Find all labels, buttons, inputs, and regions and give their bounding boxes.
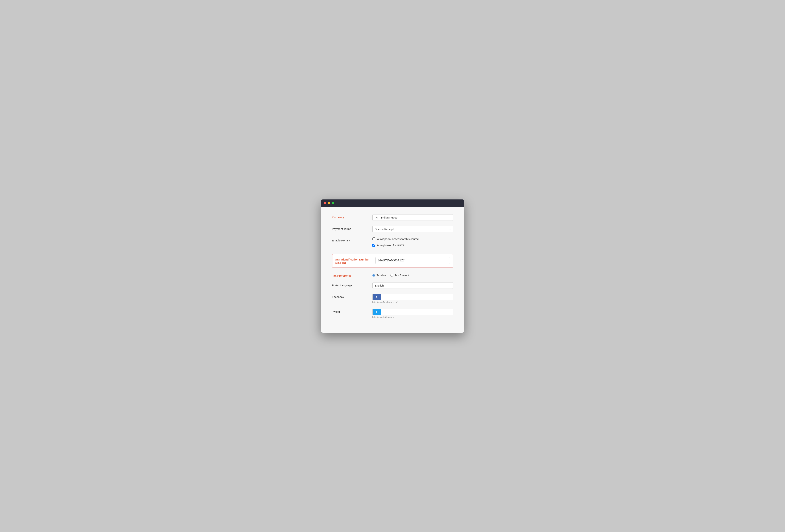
facebook-input-wrap: f http://www.facebook.com/ (373, 294, 453, 303)
gst-number-row: GST Identification Number (GST IN) (332, 254, 453, 267)
close-button[interactable] (324, 202, 326, 205)
title-bar (321, 200, 464, 207)
currency-select[interactable]: INR- Indian Rupee (373, 214, 453, 221)
enable-portal-label: Enable Portal? (332, 237, 373, 242)
twitter-input-row: t (373, 309, 453, 315)
gst-number-input[interactable] (375, 257, 450, 264)
tax-preference-label: Tax Preference (332, 273, 373, 277)
portal-access-label: Allow portal access for this contact (377, 237, 420, 241)
maximize-button[interactable] (332, 202, 334, 205)
facebook-hint: http://www.facebook.com/ (373, 301, 453, 303)
taxable-radio[interactable] (373, 274, 375, 276)
tax-exempt-label: Tax Exempt (395, 274, 409, 277)
twitter-row: Twitter t http://www.twitter.com/ (332, 309, 453, 318)
twitter-control: t http://www.twitter.com/ (373, 309, 453, 318)
twitter-input[interactable] (381, 309, 453, 315)
facebook-input-row: f (373, 294, 453, 300)
portal-language-label: Portal Language (332, 282, 373, 287)
taxable-option[interactable]: Taxable (373, 274, 386, 277)
gst-registered-label: Is registered for GST? (377, 244, 404, 247)
tax-preference-row: Tax Preference Taxable Tax Exempt (332, 273, 453, 277)
form-content: Currency INR- Indian Rupee ⌄ Payment Ter… (321, 207, 464, 333)
twitter-hint: http://www.twitter.com/ (373, 316, 453, 318)
gst-registered-checkbox[interactable] (373, 244, 375, 247)
tax-exempt-option[interactable]: Tax Exempt (390, 274, 409, 277)
portal-language-control: English ⌄ (373, 282, 453, 289)
payment-terms-row: Payment Terms Due on Receipt ⌄ (332, 226, 453, 232)
facebook-icon: f (373, 294, 381, 300)
currency-control: INR- Indian Rupee ⌄ (373, 214, 453, 221)
portal-access-option[interactable]: Allow portal access for this contact (373, 237, 453, 241)
portal-control: Allow portal access for this contact Is … (373, 237, 453, 249)
facebook-control: f http://www.facebook.com/ (373, 294, 453, 303)
tax-preference-group: Taxable Tax Exempt (373, 273, 453, 277)
taxable-label: Taxable (377, 274, 386, 277)
twitter-label: Twitter (332, 309, 373, 313)
portal-language-select[interactable]: English (373, 282, 453, 289)
portal-language-select-wrapper: English ⌄ (373, 282, 453, 289)
twitter-icon: t (373, 309, 381, 315)
gst-number-label: GST Identification Number (GST IN) (335, 257, 375, 264)
minimize-button[interactable] (328, 202, 330, 205)
tax-exempt-radio[interactable] (390, 274, 393, 276)
enable-portal-row: Enable Portal? Allow portal access for t… (332, 237, 453, 249)
currency-row: Currency INR- Indian Rupee ⌄ (332, 214, 453, 221)
payment-terms-label: Payment Terms (332, 226, 373, 231)
gst-number-control (375, 257, 450, 264)
tax-preference-control: Taxable Tax Exempt (373, 273, 453, 277)
payment-terms-select[interactable]: Due on Receipt (373, 226, 453, 232)
payment-terms-select-wrapper: Due on Receipt ⌄ (373, 226, 453, 232)
currency-label: Currency (332, 214, 373, 219)
facebook-row: Facebook f http://www.facebook.com/ (332, 294, 453, 303)
facebook-input[interactable] (381, 294, 453, 300)
payment-terms-control: Due on Receipt ⌄ (373, 226, 453, 232)
portal-language-row: Portal Language English ⌄ (332, 282, 453, 289)
app-window: Currency INR- Indian Rupee ⌄ Payment Ter… (321, 200, 464, 333)
gst-registered-option[interactable]: Is registered for GST? (373, 244, 453, 247)
twitter-input-wrap: t http://www.twitter.com/ (373, 309, 453, 318)
currency-select-wrapper: INR- Indian Rupee ⌄ (373, 214, 453, 221)
facebook-label: Facebook (332, 294, 373, 298)
portal-access-checkbox[interactable] (373, 237, 375, 240)
